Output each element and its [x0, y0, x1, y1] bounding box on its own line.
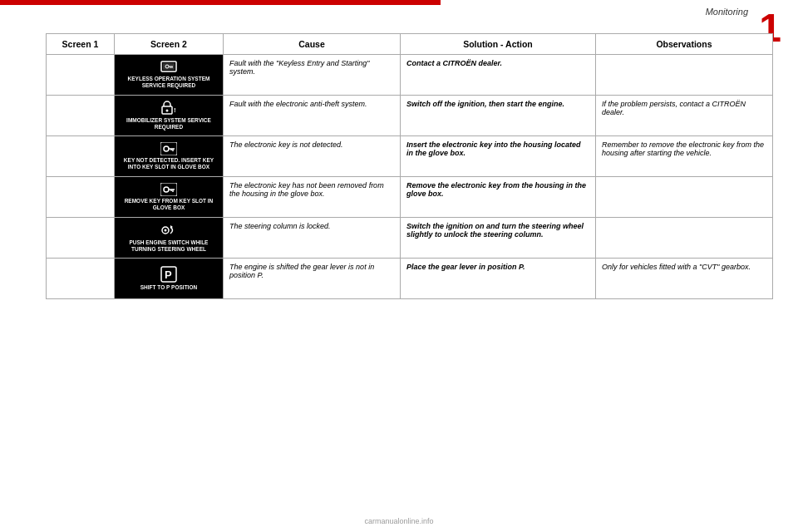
cell-screen1 [47, 177, 115, 218]
diagnostic-table: Screen 1 Screen 2 Cause Solution - Actio… [46, 33, 773, 299]
cell-screen2: P SHIFT TO P POSITION [114, 259, 223, 299]
screen2-label: IMMOBILIZER SYSTEM SERVICE REQUIRED [118, 117, 219, 131]
col-header-solution: Solution - Action [401, 34, 596, 55]
screen2-icon [160, 183, 177, 196]
cell-screen2: PUSH ENGINE SWITCH WHILE TURNING STEERIN… [114, 218, 223, 259]
table-row: PUSH ENGINE SWITCH WHILE TURNING STEERIN… [47, 218, 773, 259]
table-row: KEY NOT DETECTED. INSERT KEY INTO KEY SL… [47, 136, 773, 177]
screen2-icon [160, 142, 177, 155]
col-header-cause: Cause [224, 34, 401, 55]
svg-text:!: ! [174, 106, 176, 114]
cell-cause: Fault with the electronic anti-theft sys… [224, 96, 401, 136]
screen2-label: KEY NOT DETECTED. INSERT KEY INTO KEY SL… [118, 157, 219, 171]
cell-solution: Remove the electronic key from the housi… [401, 177, 596, 218]
screen2-label: SHIFT TO P POSITION [140, 284, 197, 291]
cell-cause: Fault with the "Keyless Entry and Starti… [224, 55, 401, 96]
screen2-label: KEYLESS OPERATION SYSTEM SERVICE REQUIRE… [118, 76, 219, 90]
cell-observations: If the problem persists, contact a CITRO… [595, 96, 772, 136]
table-row: ! IMMOBILIZER SYSTEM SERVICE REQUIREDFau… [47, 96, 773, 136]
cell-solution: Switch the ignition on and turn the stee… [401, 218, 596, 259]
top-red-bar [0, 0, 441, 5]
cell-cause: The engine is shifted the gear lever is … [224, 259, 401, 299]
cell-solution: Place the gear lever in position P. [401, 259, 596, 299]
cell-observations: Only for vehicles fitted with a "CVT" ge… [595, 259, 772, 299]
col-header-screen2: Screen 2 [114, 34, 223, 55]
svg-text:P: P [165, 268, 172, 281]
cell-cause: The electronic key has not been removed … [224, 177, 401, 218]
section-title: Monitoring [706, 7, 748, 17]
screen2-icon [160, 223, 178, 238]
svg-point-8 [165, 109, 168, 111]
cell-screen1 [47, 96, 115, 136]
cell-cause: The electronic key is not detected. [224, 136, 401, 177]
cell-screen2: ! IMMOBILIZER SYSTEM SERVICE REQUIRED [114, 96, 223, 136]
cell-screen1 [47, 259, 115, 299]
screen2-label: PUSH ENGINE SWITCH WHILE TURNING STEERIN… [118, 239, 219, 254]
screen2-icon: ! [160, 101, 178, 116]
screen2-icon: P [160, 266, 177, 283]
cell-observations [595, 177, 772, 218]
cell-observations [595, 55, 772, 96]
svg-point-10 [164, 146, 169, 151]
cell-screen1 [47, 55, 115, 96]
cell-solution: Contact a CITROËN dealer. [401, 55, 596, 96]
cell-solution: Switch off the ignition, then start the … [401, 96, 596, 136]
cell-screen1 [47, 218, 115, 259]
cell-screen1 [47, 136, 115, 177]
screen2-label: REMOVE KEY FROM KEY SLOT IN GLOVE BOX [118, 198, 219, 212]
col-header-screen1: Screen 1 [47, 34, 115, 55]
col-header-observations: Observations [595, 34, 772, 55]
cell-observations [595, 218, 772, 259]
watermark: carmanualonline.info [0, 517, 798, 525]
svg-point-15 [164, 187, 169, 192]
cell-screen2: KEYLESS OPERATION SYSTEM SERVICE REQUIRE… [114, 55, 223, 96]
cell-solution: Insert the electronic key into the housi… [401, 136, 596, 177]
svg-point-20 [164, 229, 166, 231]
screen2-icon [160, 61, 177, 74]
cell-observations: Remember to remove the electronic key fr… [595, 136, 772, 177]
table-row: KEYLESS OPERATION SYSTEM SERVICE REQUIRE… [47, 55, 773, 96]
table-row: REMOVE KEY FROM KEY SLOT IN GLOVE BOXThe… [47, 177, 773, 218]
cell-cause: The steering column is locked. [224, 218, 401, 259]
cell-screen2: KEY NOT DETECTED. INSERT KEY INTO KEY SL… [114, 136, 223, 177]
cell-screen2: REMOVE KEY FROM KEY SLOT IN GLOVE BOX [114, 177, 223, 218]
table-row: P SHIFT TO P POSITIONThe engine is shift… [47, 259, 773, 299]
